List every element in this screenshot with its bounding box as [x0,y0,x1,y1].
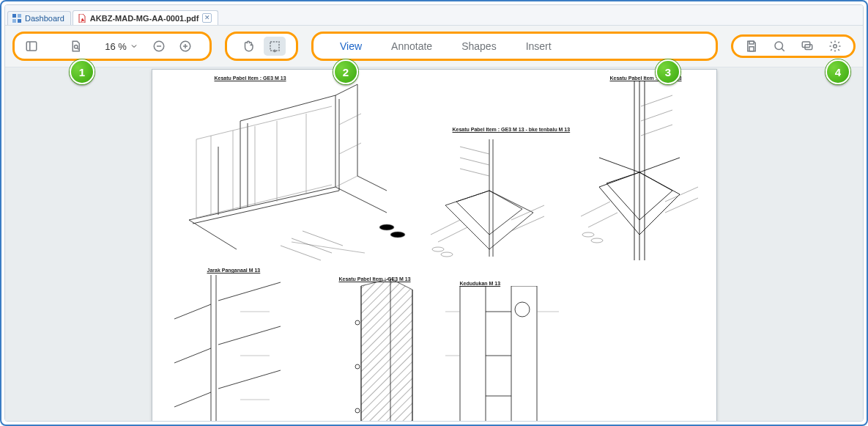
svg-line-58 [665,198,698,213]
zoom-value-label: 16 % [105,41,127,52]
drawing-title: Kesatu Pabel Item : GE3 M 13 - bke tenba… [453,127,571,132]
svg-line-7 [77,48,78,49]
zoom-in-button[interactable] [174,37,196,56]
hand-icon [242,40,255,53]
svg-line-56 [588,213,617,227]
sidebar-icon [25,40,38,53]
app-frame: Dashboard AKBZ-MAD-MG-AA-0001.pdf ✕ [0,0,868,426]
toolbar-group-actions [731,34,856,58]
save-icon [745,40,758,53]
drawing-section-3 [445,286,563,421]
pdf-icon [78,14,86,23]
svg-line-61 [641,125,672,136]
selection-icon [268,40,281,53]
page-search-icon [69,40,82,53]
find-in-page-button[interactable] [64,37,86,56]
comments-button[interactable] [796,37,818,56]
svg-line-24 [196,106,332,139]
mode-view[interactable]: View [340,40,362,52]
zoom-out-icon [152,40,166,53]
svg-line-19 [782,48,784,51]
svg-rect-78 [511,286,537,421]
app-inner: Dashboard AKBZ-MAD-MG-AA-0001.pdf ✕ [4,4,864,422]
drawing-detail-center [416,132,563,264]
svg-point-35 [379,224,394,230]
svg-rect-77 [460,286,486,421]
svg-line-50 [460,169,489,176]
svg-point-18 [775,42,783,50]
svg-line-37 [281,246,321,260]
svg-point-63 [591,238,603,243]
zoom-in-icon [179,40,192,53]
mode-insert[interactable]: Insert [526,40,552,52]
tab-dashboard-label: Dashboard [25,14,64,23]
document-page: Kesatu Pabel Item : GE3 M 13 Kesatu Pabe… [152,69,717,421]
svg-line-60 [641,110,672,121]
drawing-section-2 [321,279,431,421]
svg-line-31 [335,176,357,187]
mode-shapes[interactable]: Shapes [461,40,496,52]
svg-line-53 [639,158,680,172]
svg-point-47 [441,252,453,257]
svg-line-23 [196,185,332,218]
svg-line-55 [581,202,610,216]
pan-tool-button[interactable] [237,37,259,56]
svg-point-81 [515,302,530,317]
search-button[interactable] [768,37,790,56]
callout-4: 4 [826,59,850,84]
grid-icon [12,14,21,23]
svg-point-75 [355,364,360,369]
tab-document[interactable]: AKBZ-MAD-MG-AA-0001.pdf ✕ [73,10,219,25]
svg-marker-70 [361,279,412,421]
toggle-sidebar-button[interactable] [21,37,42,56]
toolbar-group-tool [225,32,298,61]
svg-line-45 [511,216,544,231]
window-tabstrip: Dashboard AKBZ-MAD-MG-AA-0001.pdf ✕ [5,5,863,26]
toolbar-group-modes: View Annotate Shapes Insert [311,32,718,61]
drawing-section-1 [167,275,299,421]
svg-rect-16 [749,41,754,44]
drawing-title: Kedudukan M 13 [460,281,501,286]
drawing-title: Jarak Panganaal M 13 [207,268,261,273]
svg-rect-17 [749,47,754,51]
svg-point-62 [582,232,594,237]
zoom-level-button[interactable]: 16 % [100,37,144,56]
document-viewer[interactable]: Kesatu Pabel Item : GE3 M 13 Kesatu Pabe… [5,67,863,421]
toolbar-group-zoom: 16 % [12,32,212,61]
svg-line-49 [460,158,489,165]
svg-line-33 [339,114,361,125]
svg-rect-2 [12,19,16,23]
callout-1: 1 [70,59,94,84]
drawing-iso-left [167,81,409,264]
svg-line-44 [511,205,544,220]
gear-icon [828,40,842,53]
svg-rect-13 [270,42,279,51]
svg-line-39 [303,231,343,246]
tab-document-label: AKBZ-MAD-MG-AA-0001.pdf [90,14,199,23]
drawing-title: Kesatu Pabel Item : GE3 M 13 [215,76,286,81]
comments-icon [801,40,814,53]
callout-2: 2 [333,59,358,84]
svg-line-59 [641,95,672,106]
save-button[interactable] [741,37,763,56]
svg-rect-3 [18,19,21,23]
drawing-iso-right [563,77,716,268]
settings-button[interactable] [824,37,846,56]
mode-tabs: View Annotate Shapes Insert [324,40,705,52]
svg-point-22 [834,45,837,48]
zoom-out-button[interactable] [148,37,170,56]
close-icon[interactable]: ✕ [202,13,212,23]
toolbar: 16 % 1 [5,26,863,67]
mode-annotate[interactable]: Annotate [391,40,432,52]
svg-point-36 [390,232,405,238]
svg-rect-4 [26,42,37,51]
select-tool-button[interactable] [264,37,286,56]
callout-3: 3 [656,59,680,84]
svg-point-46 [432,247,444,251]
svg-line-54 [599,158,639,172]
svg-point-76 [355,408,360,413]
svg-line-32 [339,143,361,154]
tab-dashboard[interactable]: Dashboard [7,11,71,25]
svg-line-43 [438,227,467,242]
svg-rect-1 [18,14,21,18]
